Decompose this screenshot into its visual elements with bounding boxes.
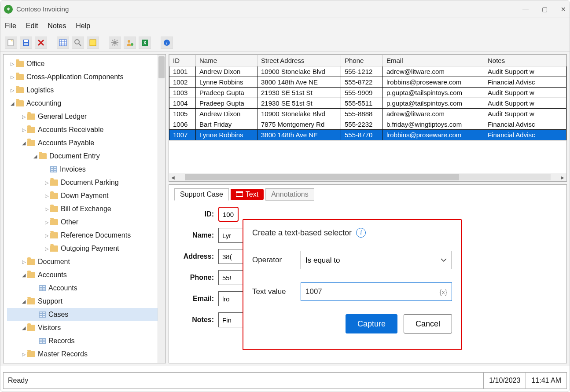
tab-annotations[interactable]: Annotations (265, 188, 314, 201)
tree-scrollbar[interactable] (158, 55, 165, 363)
folder-icon (16, 100, 24, 106)
svg-rect-11 (90, 40, 96, 46)
id-field[interactable] (218, 207, 239, 222)
table-row[interactable]: 1002Lynne Robbins3800 148th Ave NE555-87… (169, 77, 566, 88)
table-row[interactable]: 1003Pradeep Gupta21930 SE 51st St555-990… (169, 88, 566, 98)
save-icon[interactable] (20, 37, 32, 49)
variable-token[interactable]: {x} (439, 288, 447, 296)
col-header[interactable]: ID (169, 55, 196, 66)
text-badge[interactable]: Text (231, 189, 264, 200)
tree-item[interactable]: ▷Master Records (7, 348, 165, 361)
close-button[interactable]: ✕ (561, 6, 566, 13)
tree-item[interactable]: ◢Accounts (7, 268, 165, 282)
tree-item[interactable]: Accounts (7, 282, 165, 295)
svg-point-21 (128, 40, 130, 43)
minimize-button[interactable]: — (522, 6, 529, 13)
table-row[interactable]: 1006Bart Friday7875 Montgomery Rd555-223… (169, 119, 566, 130)
tree-item[interactable]: ▷General Ledger (7, 110, 165, 123)
search-icon[interactable] (72, 37, 84, 49)
tree-label: Records (48, 337, 75, 345)
tree-item[interactable]: ▷Reference Documents (7, 229, 165, 242)
info-icon[interactable]: i (161, 37, 173, 49)
popup-title: Create a text-based selector (252, 228, 352, 238)
folder-icon (27, 351, 35, 357)
folder-icon (39, 153, 47, 159)
table-row[interactable]: 1005Andrew Dixon10900 Stonelake Blvd555-… (169, 109, 566, 119)
svg-rect-28 (236, 191, 243, 193)
svg-line-17 (112, 40, 113, 41)
col-header[interactable]: Street Address (257, 55, 341, 66)
user-icon[interactable] (124, 37, 136, 49)
tree-label: Document Parking (61, 179, 119, 187)
tree-label: Cases (48, 311, 68, 319)
textvalue-input[interactable]: 1007 {x} (301, 282, 452, 301)
col-header[interactable]: Name (196, 55, 257, 66)
folder-icon (27, 114, 35, 120)
tree-item[interactable]: ▷Office (7, 57, 165, 70)
data-grid[interactable]: IDNameStreet AddressPhoneEmailNotes1001A… (169, 54, 567, 182)
tree-item[interactable]: ▷Down Payment (7, 189, 165, 202)
tree-label: Accounts (38, 271, 67, 279)
menu-notes[interactable]: Notes (48, 22, 66, 30)
address-label: Address: (174, 253, 214, 260)
tree-label: Accounting (26, 99, 61, 107)
maximize-button[interactable]: ▢ (542, 6, 548, 13)
tree-item[interactable]: ▷Bill of Exchange (7, 202, 165, 216)
tree-item[interactable]: ◢Visitors (7, 321, 165, 334)
tree-item[interactable]: ▷Outgoing Payment (7, 242, 165, 255)
toolbar: X i (0, 34, 570, 51)
grid-hscroll[interactable]: ◀▶ (169, 173, 566, 181)
tree-item[interactable]: ▷Document (7, 255, 165, 268)
tree-item[interactable]: Invoices (7, 163, 165, 176)
folder-icon (50, 180, 58, 186)
tab-support-case[interactable]: Support Case (174, 188, 229, 201)
tree-label: General Ledger (38, 113, 87, 121)
tree-item[interactable]: ◢Accounting (7, 97, 165, 110)
cancel-button[interactable]: Cancel (404, 314, 452, 333)
tree-item[interactable]: ▷Logistics (7, 84, 165, 97)
tree-item[interactable]: ◢Accounts Payable (7, 136, 165, 150)
status-date: 1/10/2023 (483, 373, 526, 388)
tree-item[interactable]: ▷Accounts Receivable (7, 123, 165, 136)
tree-label: Support (38, 297, 63, 305)
svg-rect-0 (8, 40, 13, 46)
nav-tree[interactable]: ▷Office▷Cross-Application Components▷Log… (3, 54, 166, 363)
tree-item[interactable]: ▷Other (7, 216, 165, 229)
excel-icon[interactable]: X (139, 37, 151, 49)
operator-select[interactable]: Is equal to (301, 251, 452, 269)
tree-label: Master Records (38, 350, 88, 358)
col-header[interactable]: Email (383, 55, 484, 66)
folder-icon (16, 74, 24, 80)
info-icon[interactable]: i (356, 228, 366, 238)
name-label: Name: (174, 231, 214, 239)
capture-button[interactable]: Capture (346, 314, 397, 333)
grid-icon[interactable] (57, 37, 69, 49)
delete-icon[interactable] (35, 37, 47, 49)
settings-icon[interactable] (109, 37, 121, 49)
tree-item[interactable]: ▷Document Parking (7, 176, 165, 189)
table-row[interactable]: 1007Lynne Robbins3800 148th Ave NE555-87… (169, 130, 566, 140)
menu-edit[interactable]: Edit (26, 22, 38, 30)
new-icon[interactable] (5, 37, 17, 49)
col-header[interactable]: Notes (484, 55, 566, 66)
menu-help[interactable]: Help (76, 22, 90, 30)
table-row[interactable]: 1004Pradeep Gupta21930 SE 51st St555-551… (169, 98, 566, 109)
svg-rect-4 (59, 40, 66, 46)
tree-item[interactable]: ◢Document Entry (7, 150, 165, 163)
table-icon (39, 285, 46, 291)
svg-point-12 (113, 41, 117, 44)
menu-file[interactable]: File (5, 22, 16, 30)
tree-item[interactable]: ▷Cross-Application Components (7, 70, 165, 84)
folder-icon (27, 140, 35, 146)
tree-label: Office (26, 60, 45, 68)
svg-line-10 (79, 44, 81, 46)
tree-item[interactable]: ◢Support (7, 295, 165, 308)
tree-item[interactable]: Records (7, 334, 165, 348)
table-row[interactable]: 1001Andrew Dixon10900 Stonelake Blvd555-… (169, 66, 566, 77)
tree-item[interactable]: Cases (7, 308, 165, 321)
folder-icon (50, 193, 58, 199)
col-header[interactable]: Phone (341, 55, 383, 66)
svg-point-9 (75, 40, 79, 44)
note-icon[interactable] (87, 37, 99, 49)
folder-icon (16, 61, 24, 67)
